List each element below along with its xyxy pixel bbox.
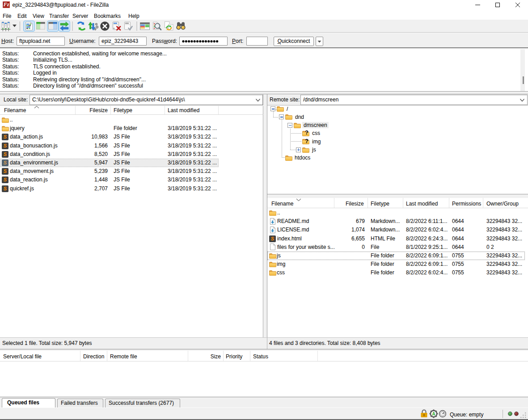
svg-text:A: A [432, 412, 435, 416]
